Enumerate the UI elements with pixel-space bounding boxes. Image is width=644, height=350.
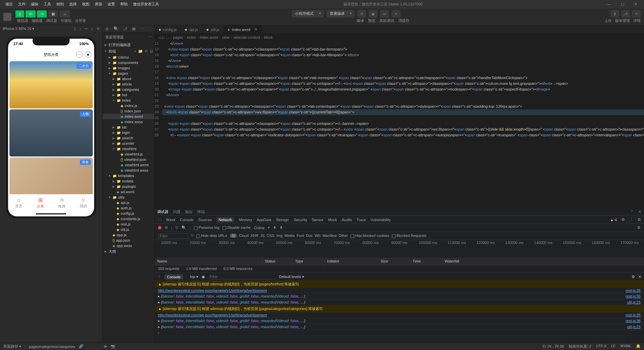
tree-rest.js[interactable]: ◆rest.js — [103, 221, 154, 227]
tree-about[interactable]: ▶📁about — [103, 76, 154, 81]
devtab-Console[interactable]: Console — [180, 218, 194, 222]
tab-home[interactable]: ⌂首页 — [8, 195, 30, 211]
mode-select[interactable]: 小程序模式 — [292, 10, 324, 18]
outline-section[interactable]: ▶大纲 — [103, 248, 154, 255]
levels-select[interactable]: Default levels ▾ — [279, 275, 304, 279]
camera-icon[interactable]: 📷 — [111, 344, 115, 349]
eol[interactable]: LF — [611, 344, 615, 349]
maximize-icon[interactable]: ▢ — [618, 2, 627, 6]
category-card[interactable]: 美食 — [9, 158, 93, 194]
menu-选择[interactable]: 选择 — [67, 2, 79, 7]
cursor-position[interactable]: 行 24，列 38 — [542, 344, 564, 349]
minimize-icon[interactable]: — — [604, 2, 613, 6]
detail-icon[interactable]: ≡ — [632, 10, 641, 18]
devtab-Security[interactable]: Security — [294, 218, 307, 222]
tab-rec[interactable]: ♔推荐 — [51, 195, 73, 211]
root-folder[interactable]: ▼前端 + 📁 ⟳ ⊟ — [103, 48, 154, 55]
bell-icon[interactable]: 🔔 — [636, 344, 641, 349]
tree-utils[interactable]: ▼📁utils — [103, 195, 154, 200]
mute-icon[interactable]: ♪ — [79, 27, 81, 31]
tab-api.js[interactable]: ◆api.js — [181, 25, 202, 34]
devtab-Trace[interactable]: Trace — [357, 218, 366, 222]
device-select[interactable]: iPhone X 85% 16 ▾ — [3, 27, 34, 31]
editor-button[interactable]: ‹/› — [26, 10, 36, 18]
tab-category[interactable]: ⊞分类 — [30, 195, 51, 211]
search-net-icon[interactable]: 🔍 — [182, 225, 186, 230]
menu-视图[interactable]: 视图 — [79, 2, 92, 7]
compile-select[interactable]: 普通编译 — [326, 10, 355, 18]
rotate-icon[interactable]: ▯ — [74, 27, 76, 31]
menu-项目[interactable]: 项目 — [3, 2, 15, 7]
download-net-icon[interactable]: ⬇ — [280, 225, 283, 230]
inspect-icon[interactable]: ⬚ — [158, 217, 161, 222]
language[interactable]: WXML — [620, 344, 631, 349]
filter-input[interactable] — [158, 233, 188, 239]
tree-auth.js[interactable]: ◆auth.js — [103, 205, 154, 211]
tree-index[interactable]: ▼📁index — [103, 98, 154, 103]
explorer-more-icon[interactable]: ⋯ — [148, 35, 152, 40]
console-line[interactable]: http://wordpresstest.com/wp-json/jiangqi… — [155, 312, 644, 318]
eye-icon[interactable]: ◉ — [202, 275, 205, 279]
upload-net-icon[interactable]: ⬆ — [273, 225, 276, 230]
eye2-icon[interactable]: 👁 — [104, 345, 107, 349]
settings-icon[interactable]: ⚙ — [637, 225, 641, 230]
link-icon[interactable]: 🔗 — [79, 344, 83, 349]
devtab-Vulnerability[interactable]: Vulnerability — [371, 218, 391, 222]
menu-界面[interactable]: 界面 — [92, 2, 105, 7]
tree-pages[interactable]: ▼📁pages — [103, 71, 154, 76]
tree-ucenter[interactable]: ▶📁ucenter — [103, 141, 154, 146]
tree-poplogin[interactable]: ▶📁poplogin — [103, 184, 154, 189]
devtools-close-icon[interactable]: ✕ — [638, 210, 641, 214]
console-menu-icon[interactable]: ⋮ — [157, 275, 161, 279]
tree-util.js[interactable]: ◆util.js — [103, 227, 154, 232]
console-filter-input[interactable] — [208, 274, 276, 279]
capsule-close-icon[interactable]: ◉ — [85, 51, 91, 58]
home-icon[interactable]: ⌂ — [91, 27, 93, 31]
context-select[interactable]: top ▾ — [190, 275, 198, 279]
tab-me[interactable]: ☺我的 — [73, 195, 94, 211]
tree-templates[interactable]: ▼📁templates — [103, 173, 154, 178]
online-select[interactable]: Online — [254, 226, 265, 230]
code-editor[interactable]: 1213141516171819202122232425262728 </vie… — [155, 41, 644, 208]
menu-工具[interactable]: 工具 — [41, 2, 54, 7]
menu-文件[interactable]: 文件 — [15, 2, 28, 7]
devtab-Sensor[interactable]: Sensor — [312, 218, 323, 222]
new-folder-icon[interactable]: 📁 — [138, 49, 143, 54]
upload-icon[interactable]: ⬆ — [610, 10, 619, 18]
clear-icon[interactable]: ⊘ — [165, 225, 168, 230]
menu-设置[interactable]: 设置 — [105, 2, 118, 7]
new-file-icon[interactable]: + — [134, 49, 136, 54]
user-avatar[interactable] — [3, 13, 11, 21]
cut-icon[interactable]: ✂ — [84, 27, 87, 31]
visual-button[interactable]: ▦ — [48, 10, 58, 18]
devtab-Network[interactable]: Network — [216, 217, 234, 222]
tree-images[interactable]: ▶📁images — [103, 65, 154, 71]
tree-app.json[interactable]: {}app.json — [103, 238, 154, 243]
tree-app.js[interactable]: ◆app.js — [103, 232, 154, 238]
remote-debug-icon[interactable]: ▭ — [380, 10, 389, 18]
tree-viewhtml.wxss[interactable]: ◆viewhtml.wxss — [103, 168, 154, 173]
tree-categories[interactable]: ▶📁categories — [103, 87, 154, 92]
cloud-button[interactable]: ☁ — [59, 10, 70, 18]
menu-微信开发者工具[interactable]: 微信开发者工具 — [130, 2, 162, 7]
tree-index.json[interactable]: {}index.json — [103, 108, 154, 114]
filter-funnel-icon[interactable]: ▽ — [191, 234, 194, 238]
search-icon[interactable]: 🔍 — [114, 27, 118, 31]
collapse-icon[interactable]: ⊟ — [150, 49, 153, 54]
category-card[interactable]: 人物 — [9, 109, 93, 156]
tree-hot[interactable]: ▶📁hot — [103, 92, 154, 98]
devtab-Audits[interactable]: Audits — [342, 218, 352, 222]
tree-article[interactable]: ▶📁article — [103, 81, 154, 87]
tree-config.js[interactable]: ◆config.js — [103, 211, 154, 216]
devtab-AppData[interactable]: AppData — [257, 218, 271, 222]
tree-search[interactable]: ▶📁search — [103, 135, 154, 141]
version-icon[interactable]: ⎇ — [621, 10, 630, 18]
tree-index.wxss[interactable]: ◆index.wxss — [103, 119, 154, 125]
console-line[interactable]: ▸ {banner: false, interstitialid: false,… — [155, 318, 644, 324]
open-editors[interactable]: ▶打开的编辑器 — [103, 42, 154, 48]
console-settings-icon[interactable]: ⚙ — [632, 275, 635, 279]
git-icon[interactable]: ⎇ — [123, 27, 127, 31]
tree-index.js[interactable]: ◆index.js — [103, 103, 154, 108]
ext-icon[interactable]: ▦ — [132, 27, 135, 31]
tree-viewhtml.json[interactable]: {}viewhtml.json — [103, 157, 154, 162]
